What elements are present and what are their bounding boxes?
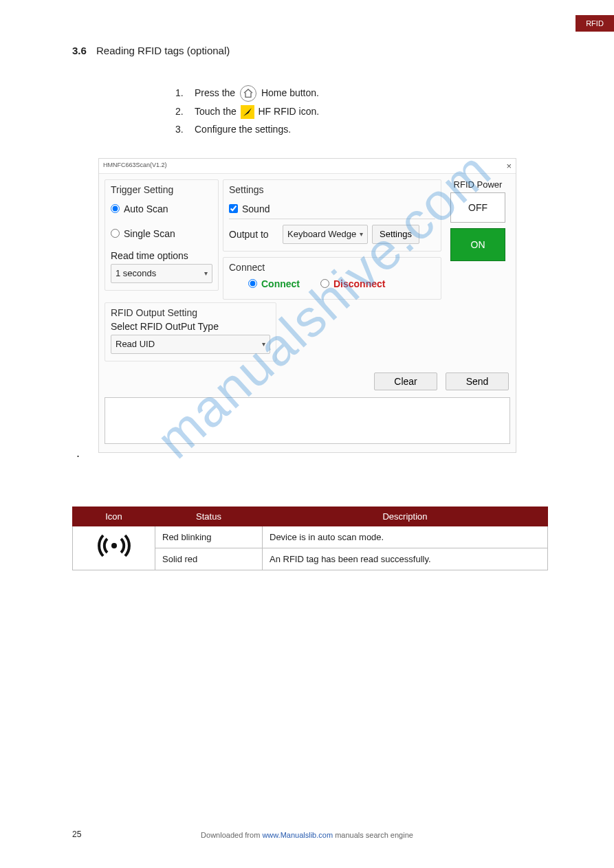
- step-text: Touch the: [195, 106, 239, 117]
- window-title: HMNFC663Scan(V1.2): [103, 162, 167, 168]
- table-header: Description: [263, 507, 548, 526]
- rfid-output-group: RFID Output Setting Select RFID OutPut T…: [105, 302, 276, 361]
- group-legend: RFID Output Setting: [111, 306, 270, 318]
- app-window: HMNFC663Scan(V1.2) × Trigger Setting Aut…: [98, 158, 516, 453]
- output-textarea[interactable]: [105, 397, 510, 444]
- step-text: HF RFID icon.: [259, 106, 320, 117]
- table-cell: Red blinking: [155, 526, 263, 548]
- combo-value: Read UID: [116, 339, 155, 349]
- combo-value: Keyboard Wedge: [287, 229, 356, 239]
- step-text: Home button.: [261, 87, 319, 98]
- sound-checkbox-input[interactable]: [229, 204, 238, 213]
- home-icon: [240, 85, 256, 102]
- step-item: 3. Configure the settings.: [175, 120, 564, 139]
- disconnect-radio-input[interactable]: [320, 279, 329, 288]
- footer-link[interactable]: www.Manualslib.com: [262, 831, 333, 839]
- auto-scan-radio-input[interactable]: [111, 204, 120, 213]
- connect-radio[interactable]: Connect: [248, 278, 300, 289]
- rfid-signal-icon: [98, 541, 131, 564]
- step-number: 2.: [175, 102, 195, 121]
- settings-group: Settings Sound Output to Keyboard Wedge …: [223, 179, 441, 252]
- steps-list: 1. Press the Home button. 2. Touch the H…: [72, 84, 564, 139]
- power-off-button[interactable]: OFF: [450, 192, 505, 223]
- table-header: Status: [155, 507, 263, 526]
- connect-group: Connect Connect Disconnect: [223, 257, 441, 300]
- read-time-label: Read time options: [111, 250, 212, 261]
- status-table: Icon Status Description: [72, 507, 548, 570]
- close-icon[interactable]: ×: [506, 161, 512, 171]
- output-to-label: Output to: [229, 229, 278, 240]
- radio-label: Single Scan: [124, 228, 175, 239]
- hf-rfid-icon: [241, 105, 254, 119]
- trigger-setting-group: Trigger Setting Auto Scan Single Scan Re…: [105, 179, 219, 291]
- top-tab: RFID: [575, 15, 614, 32]
- step-text: Press the: [195, 87, 238, 98]
- table-row: Red blinking Device is in auto scan mode…: [73, 526, 548, 548]
- table-header: Icon: [73, 507, 155, 526]
- button-label: ON: [471, 239, 485, 250]
- group-legend: Trigger Setting: [111, 183, 212, 199]
- read-time-select[interactable]: 1 seconds ▾: [111, 264, 212, 283]
- section-number: 3.6: [72, 45, 87, 56]
- power-on-button[interactable]: ON: [450, 228, 505, 261]
- auto-scan-radio[interactable]: Auto Scan: [111, 203, 212, 214]
- step-item: 2. Touch the HF RFID icon.: [175, 102, 564, 121]
- table-cell: Solid red: [155, 548, 263, 570]
- section-title: Reading RFID tags (optional): [96, 45, 230, 56]
- chevron-down-icon: ▾: [360, 230, 363, 238]
- table-cell: Device is in auto scan mode.: [263, 526, 548, 548]
- step-text: Configure the settings.: [195, 120, 291, 139]
- radio-label: Auto Scan: [124, 203, 168, 214]
- rfid-power-label: RFID Power: [446, 179, 510, 190]
- footer-text: Downloaded from: [201, 831, 262, 839]
- step-number: 3.: [175, 120, 195, 139]
- footer-text: manuals search engine: [335, 831, 413, 839]
- settings-button[interactable]: Settings: [372, 225, 419, 244]
- checkbox-label: Sound: [242, 203, 270, 214]
- svg-point-0: [111, 543, 117, 548]
- sound-checkbox[interactable]: Sound: [229, 203, 435, 214]
- button-label: OFF: [468, 202, 487, 213]
- step-number: 1.: [175, 84, 195, 102]
- output-to-select[interactable]: Keyboard Wedge ▾: [283, 225, 368, 244]
- section-heading: 3.6 Reading RFID tags (optional): [72, 45, 564, 56]
- connect-radio-input[interactable]: [248, 279, 257, 288]
- divider: [229, 219, 435, 219]
- table-cell: An RFID tag has been read successfully.: [263, 548, 548, 570]
- clear-button[interactable]: Clear: [374, 372, 437, 390]
- group-legend: Connect: [229, 260, 435, 274]
- page-footer: Downloaded from www.Manualslib.com manua…: [0, 831, 614, 839]
- chevron-down-icon: ▾: [262, 340, 265, 348]
- rfid-output-type-label: Select RFID OutPut Type: [111, 321, 270, 332]
- chevron-down-icon: ▾: [204, 269, 208, 277]
- rfid-output-type-select[interactable]: Read UID ▾: [111, 335, 270, 354]
- step-item: 1. Press the Home button.: [175, 84, 564, 102]
- single-scan-radio[interactable]: Single Scan: [111, 228, 212, 239]
- radio-label: Connect: [261, 278, 300, 289]
- disconnect-radio[interactable]: Disconnect: [320, 278, 385, 289]
- window-titlebar: HMNFC663Scan(V1.2) ×: [99, 159, 516, 174]
- combo-value: 1 seconds: [116, 268, 156, 278]
- send-button[interactable]: Send: [446, 372, 509, 390]
- rfid-status-icon-cell: [73, 526, 155, 570]
- group-legend: Settings: [229, 183, 435, 199]
- radio-label: Disconnect: [333, 278, 385, 289]
- single-scan-radio-input[interactable]: [111, 229, 120, 238]
